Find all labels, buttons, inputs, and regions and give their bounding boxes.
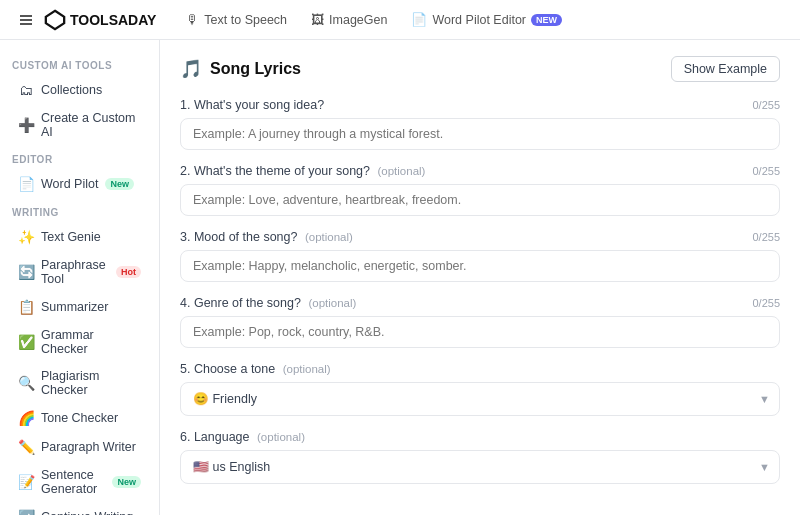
title-group: 🎵 Song Lyrics <box>180 58 301 80</box>
tts-icon: 🎙 <box>186 12 199 27</box>
paraphrase-badge: Hot <box>116 266 141 278</box>
field-song-tone-label: 5. Choose a tone (optional) <box>180 362 331 376</box>
content-area: 🎵 Song Lyrics Show Example 1. What's you… <box>160 40 800 515</box>
top-nav: TOOLSADAY 🎙 Text to Speech 🖼 ImageGen 📄 … <box>0 0 800 40</box>
sidebar-item-summarizer[interactable]: 📋 Summarizer <box>6 293 153 321</box>
field-song-idea-charcount: 0/255 <box>752 99 780 111</box>
field-song-language: 6. Language (optional) 🇺🇸 us English 🇬🇧 … <box>180 430 780 484</box>
song-idea-input[interactable] <box>180 118 780 150</box>
paraphrase-icon: 🔄 <box>18 264 34 280</box>
tab-wordpilot[interactable]: 📄 Word Pilot Editor New <box>401 8 572 31</box>
sidebar-item-paragraph[interactable]: ✏️ Paragraph Writer <box>6 433 153 461</box>
sidebar-item-sentence-gen[interactable]: 📝 Sentence Generator New <box>6 462 153 502</box>
song-genre-input[interactable] <box>180 316 780 348</box>
sentence-icon: 📝 <box>18 474 34 490</box>
continue-icon: ➡️ <box>18 509 34 515</box>
wordpilot-icon: 📄 <box>411 12 427 27</box>
menu-icon[interactable] <box>12 6 40 34</box>
text-genie-icon: ✨ <box>18 229 34 245</box>
sidebar-item-create-custom[interactable]: ➕ Create a Custom AI <box>6 105 153 145</box>
field-song-genre: 4. Genre of the song? (optional) 0/255 <box>180 296 780 348</box>
section-label-editor: EDITOR <box>0 146 159 169</box>
field-song-genre-charcount: 0/255 <box>752 297 780 309</box>
wordpilot-badge: New <box>531 14 562 26</box>
sidebar: CUSTOM AI TOOLS 🗂 Collections ➕ Create a… <box>0 40 160 515</box>
show-example-button[interactable]: Show Example <box>671 56 780 82</box>
field-song-idea: 1. What's your song idea? 0/255 <box>180 98 780 150</box>
wordpilot-sidebar-icon: 📄 <box>18 176 34 192</box>
grammar-icon: ✅ <box>18 334 34 350</box>
sentence-badge: New <box>112 476 141 488</box>
field-song-tone: 5. Choose a tone (optional) 😊 Friendly 😢… <box>180 362 780 416</box>
field-song-theme: 2. What's the theme of your song? (optio… <box>180 164 780 216</box>
logo: TOOLSADAY <box>44 9 156 31</box>
field-song-mood-label: 3. Mood of the song? (optional) <box>180 230 353 244</box>
sidebar-item-paraphrase[interactable]: 🔄 Paraphrase Tool Hot <box>6 252 153 292</box>
sidebar-item-text-genie[interactable]: ✨ Text Genie <box>6 223 153 251</box>
section-label-writing: WRITING <box>0 199 159 222</box>
song-mood-input[interactable] <box>180 250 780 282</box>
summarizer-icon: 📋 <box>18 299 34 315</box>
field-song-idea-label: 1. What's your song idea? <box>180 98 324 112</box>
song-tone-select[interactable]: 😊 Friendly 😢 Sad 🔥 Passionate 😌 Calm <box>180 382 780 416</box>
page-title: Song Lyrics <box>210 60 301 78</box>
paragraph-icon: ✏️ <box>18 439 34 455</box>
sidebar-item-continue-writing[interactable]: ➡️ Continue Writing <box>6 503 153 515</box>
song-language-select[interactable]: 🇺🇸 us English 🇬🇧 uk English 🇪🇸 Spanish 🇫… <box>180 450 780 484</box>
song-theme-input[interactable] <box>180 184 780 216</box>
song-language-select-wrapper: 🇺🇸 us English 🇬🇧 uk English 🇪🇸 Spanish 🇫… <box>180 450 780 484</box>
svg-marker-3 <box>46 10 64 28</box>
field-song-mood: 3. Mood of the song? (optional) 0/255 <box>180 230 780 282</box>
content-header: 🎵 Song Lyrics Show Example <box>180 56 780 82</box>
field-song-genre-label: 4. Genre of the song? (optional) <box>180 296 356 310</box>
field-song-theme-charcount: 0/255 <box>752 165 780 177</box>
tab-tts[interactable]: 🎙 Text to Speech <box>176 8 297 31</box>
tab-imagegen[interactable]: 🖼 ImageGen <box>301 8 397 31</box>
wordpilot-sidebar-badge: New <box>105 178 134 190</box>
plagiarism-icon: 🔍 <box>18 375 34 391</box>
song-tone-select-wrapper: 😊 Friendly 😢 Sad 🔥 Passionate 😌 Calm ▼ <box>180 382 780 416</box>
field-song-mood-charcount: 0/255 <box>752 231 780 243</box>
field-song-theme-label: 2. What's the theme of your song? (optio… <box>180 164 425 178</box>
section-label-custom: CUSTOM AI TOOLS <box>0 52 159 75</box>
content-music-icon: 🎵 <box>180 58 202 80</box>
collections-icon: 🗂 <box>18 82 34 98</box>
field-song-language-label: 6. Language (optional) <box>180 430 305 444</box>
main-layout: CUSTOM AI TOOLS 🗂 Collections ➕ Create a… <box>0 40 800 515</box>
sidebar-item-collections[interactable]: 🗂 Collections <box>6 76 153 104</box>
create-icon: ➕ <box>18 117 34 133</box>
sidebar-item-grammar[interactable]: ✅ Grammar Checker <box>6 322 153 362</box>
sidebar-item-word-pilot[interactable]: 📄 Word Pilot New <box>6 170 153 198</box>
sidebar-item-tone[interactable]: 🌈 Tone Checker <box>6 404 153 432</box>
imagegen-icon: 🖼 <box>311 12 324 27</box>
sidebar-item-plagiarism[interactable]: 🔍 Plagiarism Checker <box>6 363 153 403</box>
tone-icon: 🌈 <box>18 410 34 426</box>
